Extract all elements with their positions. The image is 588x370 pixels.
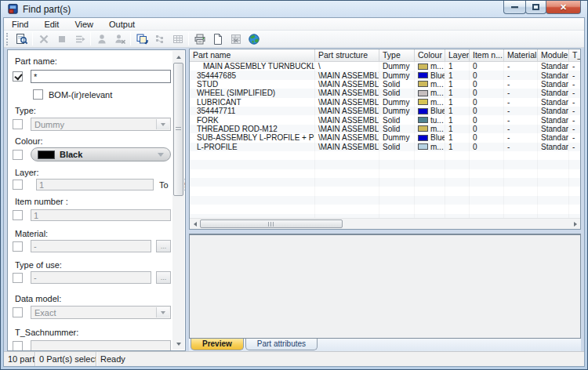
stop-button[interactable] [53,31,71,47]
table-row[interactable]: STUD\MAIN ASSEMBLY...Solidm...10-Standar… [190,80,580,89]
type-combo[interactable]: Dummy [31,118,171,131]
table-cell: - [569,98,580,107]
data-model-combo[interactable]: Exact [31,306,171,319]
table-cell [379,187,415,195]
material-label: Material: [15,229,48,238]
find-parts-button[interactable] [13,31,31,47]
print-button[interactable] [191,31,209,47]
maximize-button[interactable] [525,1,546,14]
table-cell [315,178,379,187]
table-cell: Standard [538,89,569,97]
table-row[interactable]: FORK\MAIN ASSEMBLY...Solidtu...10-Standa… [190,115,580,124]
close-button[interactable]: ✕ [546,1,581,14]
menu-edit[interactable]: Edit [36,18,67,31]
tab-part-attributes[interactable]: Part attributes [245,339,318,350]
scrollbar-thumb[interactable] [173,63,183,196]
colour-combo[interactable]: Black [31,147,171,161]
app-icon [7,3,19,15]
column-header-colour[interactable]: Colour [415,49,445,61]
menu-view[interactable]: View [67,18,101,31]
table-row[interactable]: 354447711\MAIN ASSEMBLY...DummyBlue10-St… [190,107,580,115]
client-area: Part name: BOM-(ir)relevant Type: Dummy [4,48,584,351]
delete-button[interactable] [34,31,53,47]
table-cell [470,169,504,178]
item-number-input[interactable] [31,209,171,221]
move-to-list-button[interactable] [71,31,89,47]
table-row[interactable]: THREADED ROD-M12\MAIN ASSEMBLY...Solidm.… [190,125,580,133]
table-cell: - [569,62,580,71]
scroll-left-icon[interactable] [190,219,200,229]
table-cell: - [504,89,538,97]
scroll-up-icon[interactable] [172,51,184,63]
scroll-right-icon[interactable] [570,219,580,229]
layer-checkbox[interactable] [13,180,23,190]
new-document-button[interactable] [209,31,227,47]
material-checkbox[interactable] [13,241,23,252]
excel-export-button[interactable] [227,31,245,47]
layer-from-input[interactable] [36,179,154,190]
material-input[interactable] [31,240,151,252]
table-row[interactable]: 354447685\MAIN ASSEMBLY...DummyBlue10-St… [190,71,580,79]
table-row[interactable]: WHEEL (SIMPLIFIED)\MAIN ASSEMBLY...Solid… [190,89,580,97]
column-header-part-name[interactable]: Part name [190,49,315,61]
type-checkbox[interactable] [13,119,23,129]
colour-swatch [418,63,428,70]
table-cell: - [504,115,538,124]
part-name-input[interactable] [31,70,171,83]
type-of-use-checkbox[interactable] [13,273,23,283]
toolbar-grip[interactable] [6,33,10,45]
table-row[interactable]: L-PROFILE\MAIN ASSEMBLY...Solidm...10-St… [190,143,580,151]
table-cell: - [569,89,580,97]
column-header-layer[interactable]: Layer [445,49,470,61]
part-name-checkbox[interactable] [13,71,23,82]
type-combo-value: Dummy [34,120,64,129]
column-header-type[interactable]: Type [379,49,415,61]
menu-output[interactable]: Output [101,18,143,31]
copy-window-button[interactable] [132,31,151,47]
table-view-button[interactable] [169,31,187,47]
person-remove-button[interactable] [111,31,129,47]
column-header-material[interactable]: Material [504,49,538,61]
menu-find[interactable]: Find [4,18,36,31]
titlebar[interactable]: Find part(s) ✕ [1,1,587,17]
compare-button[interactable] [151,31,169,47]
scrollbar-thumb[interactable] [200,219,343,228]
t-sachnummer-checkbox[interactable] [13,341,23,351]
colour-checkbox[interactable] [13,150,23,160]
table-cell: m... [415,80,445,89]
maximize-icon [532,4,539,10]
table-cell: - [504,98,538,107]
column-header-item-number[interactable]: Item n... [470,49,504,61]
table-cell: - [569,115,580,124]
table-cell [315,160,379,169]
table-horizontal-scrollbar[interactable] [190,218,580,229]
material-browse-button[interactable]: ... [156,240,171,252]
table-row[interactable]: LUBRICANT\MAIN ASSEMBLY...Dummym...10-St… [190,98,580,107]
column-header-module[interactable]: Module [538,49,569,61]
empty-table-row [190,196,580,205]
column-header-part-structure[interactable]: Part structure [315,49,379,61]
table-cell [569,151,580,160]
tab-preview[interactable]: Preview [191,339,244,350]
scroll-down-icon[interactable] [172,338,184,350]
table-row[interactable]: SUB-ASSEMBLY L-PROFILE + PLATE\MAIN ASSE… [190,133,580,142]
person-button[interactable] [93,31,111,47]
data-model-checkbox[interactable] [13,307,23,317]
colour-combo-value: Black [60,150,82,159]
table-cell: Blue [415,133,445,142]
table-row[interactable]: MAIN ASSEMBLY TURNBUCKLE\Dummym...10-Sta… [190,62,580,71]
globe-button[interactable] [245,31,263,47]
item-number-checkbox[interactable] [13,210,23,220]
table-cell [190,169,315,178]
column-header-ts[interactable]: T_S [569,49,580,61]
filter-panel-scrollbar[interactable] [172,51,184,350]
table-cell: - [504,143,538,151]
bom-checkbox[interactable] [33,89,43,100]
table-cell: 0 [470,143,504,151]
type-of-use-input[interactable] [31,271,151,284]
minimize-button[interactable] [503,1,526,14]
table-cell [470,151,504,160]
t-sachnummer-input[interactable] [31,340,171,351]
type-of-use-browse-button[interactable]: ... [156,271,171,284]
table-cell [379,178,415,187]
